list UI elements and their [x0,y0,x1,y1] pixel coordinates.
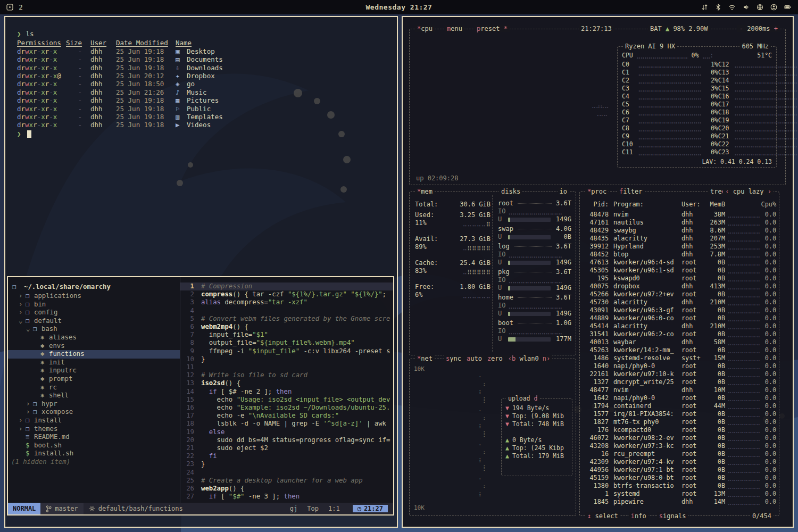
process-row[interactable]: 45414alacrittydhh210M⣀⣀⣀⣀⣀⣀⣀⣀0.0 [584,322,775,330]
tree-dir-bin[interactable]: ›❒bin [8,301,180,309]
proc-column-header[interactable]: User: [681,201,704,209]
update-interval-control[interactable]: - 2000ms + [737,25,780,32]
process-row[interactable]: 195kswapd0root0B⣀⣀⣀⣀⣀⣀⣀⣀0.0 [584,275,775,282]
tree-dir-xcompose[interactable]: ›❒xcompose [8,408,180,417]
tree-item-install.sh[interactable]: $install.sh [8,450,180,458]
process-row[interactable]: 47161nautilusdhh263M⣀⣀⣀⣀⣀⣀⣀⣀0.0 [584,219,775,227]
battery-icon[interactable] [784,4,792,11]
interval-decrease-button[interactable]: - [739,25,747,32]
net-zero-toggle[interactable]: zero [487,355,503,362]
process-row[interactable]: 22161kworker/u97:10-kroot0B⣀⣀⣀⣀⣀⣀⣀⣀0.0 [584,370,775,378]
process-row[interactable]: 47613kworker/u96:4-sdroot0B⣀⣀⣀⣀⣀⣀⣀⣀0.0 [584,259,775,267]
process-row[interactable]: 1845pipewiredhh14M⣀⣀⣀⣀⣀⣀⣀⣀0.0 [584,498,775,506]
process-row[interactable]: 48429swaybgdhh8.6M⣀⣀⣀⣀⣀⣀⣀⣀0.0 [584,227,775,235]
file-tree-pane[interactable]: ❒ ~/.local/share/omarchy ›❒applications›… [8,277,180,503]
process-row[interactable]: 16rcu_preemptroot0B⣀⣀⣀⣀⣀⣀⣀⣀0.0 [584,450,775,458]
process-row[interactable]: 44956kworker/u97:1-btroot0B⣀⣀⣀⣀⣀⣀⣀⣀0.0 [584,466,775,474]
code-editor-pane[interactable]: 1# Compression2compress() { tar -czf "${… [180,277,393,503]
account-icon[interactable] [770,4,777,11]
net-auto-toggle[interactable]: auto [467,355,482,362]
tree-dir-default[interactable]: ⌄❒default [8,317,180,326]
process-row[interactable]: 45263kworker/14:2-mm_root0B⣀⣀⣀⣀⣀⣀⣀⣀0.0 [584,346,775,354]
tree-item-rc[interactable]: ✱rc [8,384,180,392]
tree-item-init[interactable]: ✱init [8,359,180,367]
info-control[interactable]: info [629,512,649,520]
process-row[interactable]: 43091kworker/u96:3-gfroot0B⣀⣀⣀⣀⣀⣀⣀⣀0.0 [584,306,775,314]
interval-increase-button[interactable]: + [770,25,778,32]
proc-column-header[interactable]: Program: [613,201,679,209]
process-row[interactable]: 48452btopdhh7.8M⣀⣀⣀⣀⣀⣀⣀⣀0.0 [584,251,775,259]
process-row[interactable]: 45730alacrittydhh210M⣀⣀⣀⣀⣀⣀⣀⣀0.0 [584,298,775,306]
menu-button[interactable]: menu [445,25,464,32]
process-row[interactable]: 48477nvimdhh10M⣀⣀⣀⣀⣀⣀⣀⣀0.0 [584,386,775,394]
volume-icon[interactable] [743,4,750,11]
process-row[interactable]: 1827mt76-tx phy0root0B⣀⣀⣀⣀⣀⣀⣀⣀0.0 [584,418,775,426]
workspace-indicator[interactable]: 2 [19,3,23,11]
process-row[interactable]: 1640napi/phy0-0root0B⣀⣀⣀⣀⣀⣀⣀⣀0.0 [584,362,775,370]
shell-input-line[interactable]: ❯ [17,130,397,138]
bluetooth-icon[interactable] [715,4,721,11]
process-row[interactable]: 46072kworker/u98:2-evroot0B⣀⣀⣀⣀⣀⣀⣀⣀0.0 [584,434,775,442]
io-toggle[interactable]: io [558,188,569,195]
process-row[interactable]: 43208kworker/u97:3-kcroot0B⣀⣀⣀⣀⣀⣀⣀⣀0.0 [584,442,775,450]
tree-dir-applications[interactable]: ›❒applications [8,292,180,301]
process-row[interactable]: 1486systemd-resolvesyst+15M⣀⣀⣀⣀⣀⣀⣀⣀0.0 [584,354,775,362]
preset-button[interactable]: preset * [475,25,510,32]
gear-icon [89,505,95,512]
tree-item-README.md[interactable]: ≡README.md [8,433,180,442]
updates-icon[interactable] [701,4,708,11]
cpu-box-title[interactable]: *cpu [415,25,435,32]
editor-window[interactable]: ❒ ~/.local/share/omarchy ›❒applications›… [7,276,394,516]
process-row[interactable]: 48435alacrittydhh207M⣀⣀⣀⣀⣀⣀⣀⣀0.0 [584,235,775,243]
net-interface-selector[interactable]: ‹b wlan0 n› [508,355,550,362]
process-row[interactable]: 1380btrfs-transactioroot0B⣀⣀⣀⣀⣀⣀⣀⣀0.0 [584,482,775,490]
process-row[interactable]: 42309kworker/u97:4-kvroot0B⣀⣀⣀⣀⣀⣀⣀⣀0.0 [584,458,775,466]
process-row[interactable]: 1642napi/phy0-0root0B⣀⣀⣀⣀⣀⣀⣀⣀0.0 [584,394,775,402]
process-row[interactable]: 31541kworker/u96:2-coroot0B⣀⣀⣀⣀⣀⣀⣀⣀0.0 [584,330,775,338]
tree-item-boot.sh[interactable]: $boot.sh [8,442,180,450]
tree-item-envs[interactable]: ✱envs [8,342,180,351]
process-row[interactable]: 40075dropboxdhh413M⣀⣀⣀⣀⣀⣀⣀⣀0.0 [584,282,775,290]
process-row[interactable]: 45305kworker/u96:1-sdroot0B⣀⣀⣀⣀⣀⣀⣀⣀0.0 [584,267,775,275]
process-row[interactable]: 1327dmcrypt_write/25root0B⣀⣀⣀⣀⣀⣀⣀⣀0.0 [584,378,775,386]
proc-column-header[interactable]: MemB [704,201,725,209]
git-branch[interactable]: master [40,503,83,514]
process-row[interactable]: 45266kworker/u97:2+evroot0B⣀⣀⣀⣀⣀⣀⣀⣀0.0 [584,290,775,298]
net-sync-toggle[interactable]: sync [446,355,461,362]
tree-item-prompt[interactable]: ✱prompt [8,375,180,384]
net-box-title[interactable]: *net [415,355,435,362]
tree-item-aliases[interactable]: ✱aliases [8,334,180,342]
tree-dir-install[interactable]: ›❒install [8,417,180,425]
proc-column-header[interactable]: Pid: [584,201,609,209]
tree-dir-config[interactable]: ›❒config [8,309,180,317]
process-row[interactable]: 1systemdroot13M⣀⣀⣀⣀⣀⣀⣀⣀0.0 [584,490,775,498]
disks-box-title[interactable]: disks [499,188,522,195]
net-controls[interactable]: syncautozero‹b wlan0 n› [444,355,552,362]
system-monitor-window[interactable]: *cpu menu preset * 21:27:13 BAT ▲ 98% 2.… [402,16,794,528]
select-control[interactable]: ↕ select [585,512,620,520]
process-row[interactable]: 176kcompactd0root0B⣀⣀⣀⣀⣀⣀⣀⣀0.0 [584,426,775,434]
apps-menu-icon[interactable] [6,4,13,11]
sort-selector[interactable]: ‹ cpu lazy › [723,188,774,195]
tree-item-functions[interactable]: ✱functions [8,350,180,359]
process-row[interactable]: 45159kworker/u98:0-btroot0B⣀⣀⣀⣀⣀⣀⣀⣀0.0 [584,474,775,482]
proc-column-header[interactable]: Cpu% [760,201,776,209]
clock[interactable]: Wednesday 21:27 [123,3,675,11]
process-row[interactable]: 1794containerdroot44M⣀⣀⣀⣀⣀⣀⣀⣀0.0 [584,402,775,410]
mem-box-title[interactable]: *mem [415,188,435,195]
filter-button[interactable]: filter [617,188,644,195]
network-icon[interactable] [757,4,763,11]
signals-control[interactable]: signals [657,512,688,520]
tree-item-inputrc[interactable]: ✱inputrc [8,367,180,375]
process-row[interactable]: 39912Hyprlanddhh253M⣀⣀⣀⣀⣀⣀⣀⣀0.0 [584,243,775,251]
process-row[interactable]: 44889kworker/u96:0-coroot0B⣀⣀⣀⣀⣀⣀⣀⣀0.0 [584,314,775,322]
wifi-icon[interactable] [728,4,736,11]
process-row[interactable]: 48478nvimdhh38M⣀⣀⣀⣀⣀⣀⣀⣀0.0 [584,211,775,219]
proc-box-title[interactable]: *proc [585,188,609,195]
tree-dir-bash[interactable]: ⌄❒bash [8,325,180,334]
tree-dir-hypr[interactable]: ›❒hypr [8,400,180,409]
process-row[interactable]: 1577irq/81-PIXA3854:root0B⣀⣀⣀⣀⣀⣀⣀⣀0.0 [584,410,775,418]
tree-item-shell[interactable]: ✱shell [8,392,180,400]
process-row[interactable]: 40013waybardhh58M⣀⣀⣀⣀⣀⣀⣀⣀0.0 [584,338,775,346]
tree-dir-themes[interactable]: ›❒themes [8,425,180,434]
